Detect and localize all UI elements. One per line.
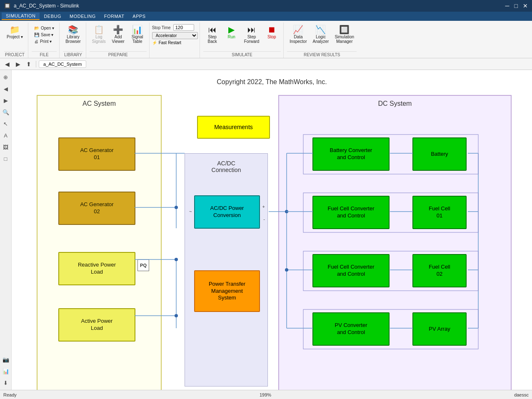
acdc-power-conversion[interactable]: ~ AC/DC PowerConversion + - (194, 195, 260, 229)
menu-simulation[interactable]: SIMULATION (2, 12, 40, 20)
sidebar-back-btn[interactable]: ◀ (1, 84, 10, 93)
add-viewer-button[interactable]: ➕ AddViewer (109, 24, 127, 45)
ribbon: 📁 Project ▾ PROJECT 📂 Open ▾ 💾 Save ▾ 🖨 … (0, 21, 532, 58)
fuel-cell-02[interactable]: Fuel Cell02 (412, 254, 467, 287)
solver-select[interactable]: Accelerator Normal Rapid Accelerator (152, 32, 198, 39)
save-button[interactable]: 💾 Save ▾ (32, 32, 57, 38)
battery-block[interactable]: Battery (412, 137, 467, 171)
stop-icon: ⏹ (267, 25, 276, 34)
log-signals-button[interactable]: 📋 LogSignals (90, 24, 108, 45)
logic-analyzer-button[interactable]: 📉 LogicAnalyzer (310, 24, 331, 45)
sidebar-forward-btn[interactable]: ▶ (1, 96, 10, 105)
fast-restart-label: Fast Restart (159, 40, 181, 45)
window-controls[interactable]: ─ □ ✕ (505, 2, 528, 9)
simulation-manager-button[interactable]: 🔲 SimulationManager (332, 24, 357, 45)
ac-generator-02[interactable]: AC Generator02 (58, 192, 135, 225)
power-transfer-management[interactable]: Power TransferManagementSystem (194, 270, 260, 312)
menu-modeling[interactable]: MODELING (65, 13, 100, 20)
ac-system-label: AC System (82, 100, 116, 107)
review-results-label: REVIEW RESULTS (287, 51, 357, 58)
run-button[interactable]: ▶ Run (222, 24, 241, 40)
window-title: a_AC_DC_System - Simulink (14, 3, 79, 9)
sidebar-expand-btn[interactable]: ⬇ (1, 378, 10, 387)
simulation-manager-label: SimulationManager (335, 35, 354, 44)
back-button[interactable]: ◀ (2, 60, 12, 69)
stop-label: Stop (267, 35, 276, 39)
reactive-power-load[interactable]: Reactive PowerLoad (58, 252, 135, 285)
save-icon: 💾 (34, 32, 39, 37)
title-bar: 🔲 a_AC_DC_System - Simulink ─ □ ✕ (0, 0, 532, 12)
ribbon-group-project: 📁 Project ▾ PROJECT (2, 22, 28, 58)
menu-apps[interactable]: APPS (128, 13, 150, 20)
acdc-connection-label: AC/DCConnection (212, 160, 241, 173)
fuel-cell-converter-1[interactable]: Fuel Cell Converterand Control (312, 196, 390, 229)
sidebar-left: ⊕ ◀ ▶ 🔍 ↖ A 🖼 □ 📷 📊 ⬇ (0, 70, 12, 390)
log-icon: 📋 (94, 25, 104, 34)
stop-time-section: Stop Time Accelerator Normal Rapid Accel… (150, 22, 200, 58)
library-browser-button[interactable]: 📚 LibraryBrowser (63, 24, 83, 45)
ribbon-group-file: 📂 Open ▾ 💾 Save ▾ 🖨 Print ▾ FILE (29, 22, 60, 58)
open-icon: 📂 (34, 26, 39, 30)
close-btn[interactable]: ✕ (523, 2, 528, 9)
pv-array-block[interactable]: PV Array (412, 312, 467, 346)
active-power-load[interactable]: Active PowerLoad (58, 308, 135, 342)
sidebar-zoom-btn[interactable]: 🔍 (1, 107, 10, 117)
signal-table-button[interactable]: 📊 SignalTable (128, 24, 147, 45)
save-label: Save ▾ (41, 32, 54, 37)
pv-converter-control[interactable]: PV Converterand Control (312, 312, 390, 346)
maximize-btn[interactable]: □ (515, 2, 518, 9)
stop-time-label: Stop Time (152, 25, 171, 30)
data-inspector-label: DataInspector (290, 35, 307, 44)
menu-debug[interactable]: DEBUG (40, 13, 65, 20)
sidebar-select-btn[interactable]: ↖ (1, 119, 10, 128)
copyright-text: Copyright 2022, The MathWorks, Inc. (217, 78, 327, 86)
step-forward-label: StepForward (244, 35, 260, 44)
tab-model[interactable]: a_AC_DC_System (39, 60, 86, 68)
measurements-block[interactable]: Measurements (197, 116, 270, 139)
run-icon: ▶ (228, 25, 235, 34)
open-button[interactable]: 📂 Open ▾ (32, 25, 57, 31)
status-ready: Ready (3, 392, 17, 397)
simulate-group-label: SIMULATE (203, 51, 281, 58)
sidebar-image-btn[interactable]: 🖼 (1, 142, 10, 152)
svg-point-7 (175, 258, 178, 261)
diagram: Copyright 2022, The MathWorks, Inc. AC S… (12, 70, 532, 390)
project-button[interactable]: 📁 Project ▾ (4, 24, 25, 40)
menu-format[interactable]: FORMAT (100, 13, 129, 20)
log-label: LogSignals (92, 35, 106, 44)
print-button[interactable]: 🖨 Print ▾ (32, 38, 57, 45)
forward-button[interactable]: ▶ (13, 60, 22, 69)
add-viewer-label: AddViewer (112, 35, 124, 44)
fuel-cell-01[interactable]: Fuel Cell01 (412, 196, 467, 229)
step-forward-button[interactable]: ⏭ StepForward (242, 24, 262, 45)
toolbar: ◀ ▶ ⬆ a_AC_DC_System (0, 58, 532, 70)
sidebar-chart-btn[interactable]: 📊 (1, 367, 10, 376)
signal-table-icon: 📊 (132, 25, 142, 34)
up-button[interactable]: ⬆ (24, 60, 33, 69)
stop-time-input[interactable] (173, 24, 194, 31)
battery-converter-control[interactable]: Battery Converterand Control (312, 137, 390, 171)
project-label: Project ▾ (7, 35, 23, 39)
project-icon: 📁 (10, 25, 20, 34)
library-group-label: LIBRARY (63, 51, 83, 58)
minimize-btn[interactable]: ─ (505, 2, 510, 9)
ribbon-group-library: 📚 LibraryBrowser LIBRARY (60, 22, 86, 58)
step-back-button[interactable]: ⏮ StepBack (203, 24, 222, 45)
lightning-icon: ⚡ (152, 40, 157, 45)
dc-system-box: DC System Battery Converterand Control B… (278, 95, 512, 390)
fuel-cell-converter-2[interactable]: Fuel Cell Converterand Control (312, 254, 390, 287)
data-inspector-button[interactable]: 📈 DataInspector (287, 24, 309, 45)
menu-bar: SIMULATION DEBUG MODELING FORMAT APPS (0, 12, 532, 21)
library-label: LibraryBrowser (65, 35, 81, 44)
sidebar-compass-btn[interactable]: ⊕ (1, 72, 10, 82)
file-group-label: FILE (32, 51, 57, 58)
status-solver: daessc (514, 392, 529, 397)
ac-generator-01[interactable]: AC Generator01 (58, 137, 135, 171)
stop-button[interactable]: ⏹ Stop (262, 24, 281, 40)
sidebar-rect-btn[interactable]: □ (1, 154, 10, 163)
logic-analyzer-icon: 📉 (315, 25, 326, 34)
sidebar-text-btn[interactable]: A (1, 131, 10, 140)
svg-point-8 (175, 314, 178, 317)
step-forward-icon: ⏭ (247, 25, 256, 34)
sidebar-camera-btn[interactable]: 📷 (1, 355, 10, 364)
